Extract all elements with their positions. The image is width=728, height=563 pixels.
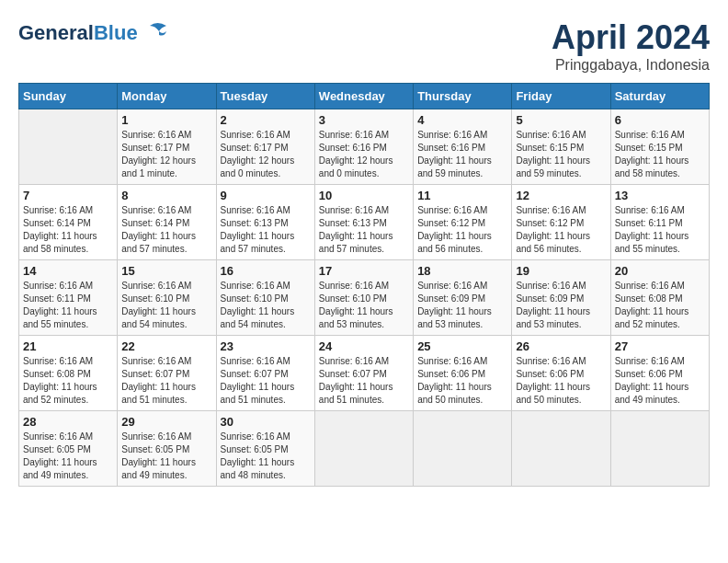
calendar-cell: 27Sunrise: 6:16 AMSunset: 6:06 PMDayligh… (610, 336, 709, 411)
page-header: GeneralBlue April 2024 Pringgabaya, Indo… (18, 18, 710, 74)
calendar-cell: 23Sunrise: 6:16 AMSunset: 6:07 PMDayligh… (216, 336, 314, 411)
day-info: Sunrise: 6:16 AMSunset: 6:14 PMDaylight:… (121, 204, 211, 256)
calendar-cell: 18Sunrise: 6:16 AMSunset: 6:09 PMDayligh… (414, 260, 512, 336)
day-number: 20 (615, 264, 705, 278)
day-info: Sunrise: 6:16 AMSunset: 6:05 PMDaylight:… (23, 431, 113, 482)
calendar-cell: 17Sunrise: 6:16 AMSunset: 6:10 PMDayligh… (314, 260, 413, 336)
day-info: Sunrise: 6:16 AMSunset: 6:13 PMDaylight:… (319, 204, 409, 256)
day-info: Sunrise: 6:16 AMSunset: 6:16 PMDaylight:… (417, 129, 507, 180)
day-number: 9 (221, 189, 311, 202)
day-number: 14 (23, 264, 113, 278)
day-info: Sunrise: 6:16 AMSunset: 6:05 PMDaylight:… (121, 431, 211, 482)
calendar-cell: 4Sunrise: 6:16 AMSunset: 6:16 PMDaylight… (414, 109, 512, 185)
day-number: 29 (121, 415, 211, 429)
day-number: 8 (121, 189, 211, 202)
calendar-cell: 26Sunrise: 6:16 AMSunset: 6:06 PMDayligh… (512, 336, 610, 411)
calendar-cell: 12Sunrise: 6:16 AMSunset: 6:12 PMDayligh… (512, 185, 610, 260)
day-number: 6 (615, 113, 705, 127)
calendar-cell: 15Sunrise: 6:16 AMSunset: 6:10 PMDayligh… (118, 260, 216, 336)
calendar-cell: 9Sunrise: 6:16 AMSunset: 6:13 PMDaylight… (216, 185, 314, 260)
calendar-cell (314, 411, 413, 487)
calendar-body: 1Sunrise: 6:16 AMSunset: 6:17 PMDaylight… (19, 109, 710, 487)
day-number: 23 (221, 339, 311, 353)
day-number: 21 (23, 339, 113, 353)
day-info: Sunrise: 6:16 AMSunset: 6:08 PMDaylight:… (615, 280, 705, 331)
calendar-cell: 10Sunrise: 6:16 AMSunset: 6:13 PMDayligh… (314, 185, 413, 260)
calendar-cell: 19Sunrise: 6:16 AMSunset: 6:09 PMDayligh… (512, 260, 610, 336)
day-info: Sunrise: 6:16 AMSunset: 6:17 PMDaylight:… (221, 129, 311, 180)
logo: GeneralBlue (18, 18, 170, 48)
calendar-cell (19, 109, 118, 185)
day-info: Sunrise: 6:16 AMSunset: 6:06 PMDaylight:… (417, 355, 507, 407)
calendar-cell: 30Sunrise: 6:16 AMSunset: 6:05 PMDayligh… (216, 411, 314, 487)
calendar-cell: 20Sunrise: 6:16 AMSunset: 6:08 PMDayligh… (610, 260, 709, 336)
weekday-header-monday: Monday (118, 84, 216, 109)
month-title: April 2024 (552, 18, 710, 57)
day-number: 22 (121, 339, 211, 353)
day-number: 4 (417, 113, 507, 127)
weekday-header-tuesday: Tuesday (216, 84, 314, 109)
calendar-cell: 28Sunrise: 6:16 AMSunset: 6:05 PMDayligh… (19, 411, 118, 487)
calendar-week-row: 1Sunrise: 6:16 AMSunset: 6:17 PMDaylight… (19, 109, 710, 185)
calendar-week-row: 14Sunrise: 6:16 AMSunset: 6:11 PMDayligh… (19, 260, 710, 336)
calendar-cell: 1Sunrise: 6:16 AMSunset: 6:17 PMDaylight… (118, 109, 216, 185)
calendar-cell: 21Sunrise: 6:16 AMSunset: 6:08 PMDayligh… (19, 336, 118, 411)
day-info: Sunrise: 6:16 AMSunset: 6:10 PMDaylight:… (221, 280, 311, 331)
day-info: Sunrise: 6:16 AMSunset: 6:07 PMDaylight:… (221, 355, 311, 407)
calendar-table: SundayMondayTuesdayWednesdayThursdayFrid… (18, 83, 710, 487)
title-block: April 2024 Pringgabaya, Indonesia (552, 18, 710, 74)
calendar-cell (414, 411, 512, 487)
day-number: 30 (221, 415, 311, 429)
day-info: Sunrise: 6:16 AMSunset: 6:13 PMDaylight:… (221, 204, 311, 256)
weekday-header-wednesday: Wednesday (314, 84, 413, 109)
weekday-header-row: SundayMondayTuesdayWednesdayThursdayFrid… (19, 84, 710, 109)
day-number: 27 (615, 339, 705, 353)
day-info: Sunrise: 6:16 AMSunset: 6:10 PMDaylight:… (319, 280, 409, 331)
day-number: 5 (516, 113, 606, 127)
day-info: Sunrise: 6:16 AMSunset: 6:06 PMDaylight:… (615, 355, 705, 407)
day-info: Sunrise: 6:16 AMSunset: 6:07 PMDaylight:… (319, 355, 409, 407)
day-number: 13 (615, 189, 705, 202)
day-info: Sunrise: 6:16 AMSunset: 6:14 PMDaylight:… (23, 204, 113, 256)
day-info: Sunrise: 6:16 AMSunset: 6:07 PMDaylight:… (121, 355, 211, 407)
calendar-cell: 11Sunrise: 6:16 AMSunset: 6:12 PMDayligh… (414, 185, 512, 260)
day-number: 25 (417, 339, 507, 353)
calendar-cell: 8Sunrise: 6:16 AMSunset: 6:14 PMDaylight… (118, 185, 216, 260)
day-number: 2 (221, 113, 311, 127)
calendar-cell: 29Sunrise: 6:16 AMSunset: 6:05 PMDayligh… (118, 411, 216, 487)
calendar-cell: 24Sunrise: 6:16 AMSunset: 6:07 PMDayligh… (314, 336, 413, 411)
day-info: Sunrise: 6:16 AMSunset: 6:11 PMDaylight:… (23, 280, 113, 331)
calendar-cell: 25Sunrise: 6:16 AMSunset: 6:06 PMDayligh… (414, 336, 512, 411)
day-number: 17 (319, 264, 409, 278)
day-number: 19 (516, 264, 606, 278)
calendar-week-row: 28Sunrise: 6:16 AMSunset: 6:05 PMDayligh… (19, 411, 710, 487)
day-info: Sunrise: 6:16 AMSunset: 6:06 PMDaylight:… (516, 355, 606, 407)
calendar-cell: 5Sunrise: 6:16 AMSunset: 6:15 PMDaylight… (512, 109, 610, 185)
day-info: Sunrise: 6:16 AMSunset: 6:16 PMDaylight:… (319, 129, 409, 180)
day-info: Sunrise: 6:16 AMSunset: 6:12 PMDaylight:… (417, 204, 507, 256)
day-number: 11 (417, 189, 507, 202)
calendar-cell: 6Sunrise: 6:16 AMSunset: 6:15 PMDaylight… (610, 109, 709, 185)
weekday-header-friday: Friday (512, 84, 610, 109)
day-number: 26 (516, 339, 606, 353)
logo-text: GeneralBlue (18, 21, 138, 45)
day-info: Sunrise: 6:16 AMSunset: 6:05 PMDaylight:… (221, 431, 311, 482)
calendar-cell: 14Sunrise: 6:16 AMSunset: 6:11 PMDayligh… (19, 260, 118, 336)
calendar-cell: 16Sunrise: 6:16 AMSunset: 6:10 PMDayligh… (216, 260, 314, 336)
day-info: Sunrise: 6:16 AMSunset: 6:17 PMDaylight:… (121, 129, 211, 180)
day-number: 3 (319, 113, 409, 127)
day-info: Sunrise: 6:16 AMSunset: 6:09 PMDaylight:… (417, 280, 507, 331)
weekday-header-sunday: Sunday (19, 84, 118, 109)
day-info: Sunrise: 6:16 AMSunset: 6:09 PMDaylight:… (516, 280, 606, 331)
calendar-cell: 22Sunrise: 6:16 AMSunset: 6:07 PMDayligh… (118, 336, 216, 411)
location-subtitle: Pringgabaya, Indonesia (552, 57, 710, 74)
day-number: 16 (221, 264, 311, 278)
day-info: Sunrise: 6:16 AMSunset: 6:15 PMDaylight:… (615, 129, 705, 180)
day-info: Sunrise: 6:16 AMSunset: 6:15 PMDaylight:… (516, 129, 606, 180)
calendar-cell: 13Sunrise: 6:16 AMSunset: 6:11 PMDayligh… (610, 185, 709, 260)
calendar-header: SundayMondayTuesdayWednesdayThursdayFrid… (19, 84, 710, 109)
calendar-week-row: 7Sunrise: 6:16 AMSunset: 6:14 PMDaylight… (19, 185, 710, 260)
weekday-header-thursday: Thursday (414, 84, 512, 109)
logo-bird-icon (141, 18, 170, 48)
calendar-cell: 7Sunrise: 6:16 AMSunset: 6:14 PMDaylight… (19, 185, 118, 260)
